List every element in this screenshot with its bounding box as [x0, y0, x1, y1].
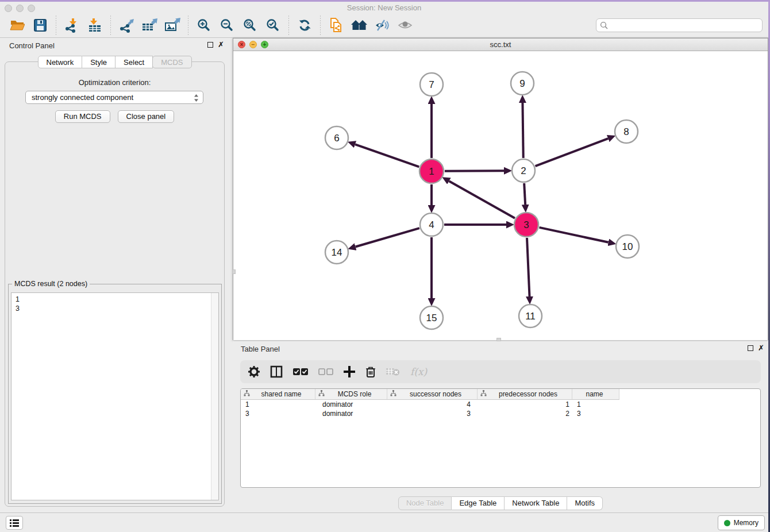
- column-header-shared-name[interactable]: shared name: [241, 389, 315, 400]
- open-session-icon[interactable]: [7, 16, 27, 35]
- close-table-panel-icon[interactable]: ✗: [758, 344, 764, 353]
- import-table-icon[interactable]: [85, 16, 105, 35]
- svg-text:10: 10: [622, 241, 633, 252]
- node-table-header: shared nameMCDS rolesuccessor nodesprede…: [241, 389, 760, 400]
- graph-node-6[interactable]: 6: [325, 126, 348, 149]
- graph-edge-3-10[interactable]: [539, 228, 608, 242]
- graph-node-3[interactable]: 3: [514, 213, 538, 237]
- graph-edge-4-14[interactable]: [356, 228, 419, 246]
- hide-selected-icon[interactable]: [372, 16, 392, 35]
- column-header-predecessor-nodes[interactable]: predecessor nodes: [478, 389, 572, 400]
- node-table-body: 1dominator4113dominator323: [241, 400, 760, 418]
- show-all-icon[interactable]: [395, 16, 415, 35]
- table-settings-icon[interactable]: [248, 366, 260, 377]
- clone-network-icon[interactable]: [326, 16, 346, 35]
- tab-node-table[interactable]: Node Table: [398, 496, 452, 510]
- svg-text:2: 2: [521, 165, 526, 176]
- add-column-icon[interactable]: [344, 366, 355, 377]
- close-panel-button[interactable]: Close panel: [118, 110, 175, 123]
- graph-edge-3-11[interactable]: [527, 238, 529, 296]
- graph-node-8[interactable]: 8: [615, 120, 638, 143]
- graph-node-4[interactable]: 4: [420, 213, 443, 236]
- graph-node-1[interactable]: 1: [419, 159, 444, 183]
- refresh-layout-icon[interactable]: [295, 16, 314, 35]
- table-cell[interactable]: 1: [478, 400, 572, 409]
- zoom-out-icon[interactable]: [217, 16, 237, 35]
- table-cell[interactable]: 1: [241, 400, 315, 409]
- table-cell[interactable]: 3: [241, 409, 315, 418]
- criterion-dropdown[interactable]: strongly connected component: [25, 91, 203, 104]
- tab-edge-table[interactable]: Edge Table: [452, 496, 505, 510]
- mcds-result-area[interactable]: 1 3: [11, 292, 219, 500]
- column-header-name[interactable]: name: [572, 389, 619, 400]
- mcds-result-title: MCDS result (2 nodes): [12, 280, 90, 288]
- network-window-titlebar[interactable]: × − + scc.txt: [233, 38, 768, 51]
- float-panel-icon[interactable]: [207, 42, 213, 48]
- svg-text:7: 7: [429, 79, 434, 90]
- table-cell[interactable]: 3: [572, 409, 619, 418]
- home-icon[interactable]: [349, 16, 369, 35]
- export-table-icon[interactable]: [140, 16, 159, 35]
- graph-edge-2-8[interactable]: [536, 138, 609, 166]
- memory-button[interactable]: Memory: [718, 515, 765, 530]
- delete-table-icon[interactable]: [386, 367, 400, 376]
- run-mcds-button[interactable]: Run MCDS: [55, 110, 110, 123]
- column-header-label: successor nodes: [396, 390, 477, 398]
- graph-node-15[interactable]: 15: [420, 306, 443, 329]
- graph-node-2[interactable]: 2: [512, 159, 535, 182]
- network-canvas[interactable]: 1234678910111415: [233, 51, 768, 340]
- graph-edge-2-3[interactable]: [524, 183, 525, 205]
- table-cell[interactable]: 2: [478, 409, 572, 418]
- tab-network[interactable]: Network: [37, 56, 82, 68]
- result-scrollbar[interactable]: [211, 293, 218, 500]
- tab-network-table[interactable]: Network Table: [505, 496, 567, 510]
- zoom-in-icon[interactable]: [194, 16, 214, 35]
- column-header-mcds-role[interactable]: MCDS role: [315, 389, 387, 400]
- import-network-icon[interactable]: [62, 16, 82, 35]
- float-table-panel-icon[interactable]: [748, 345, 753, 351]
- select-all-columns-icon[interactable]: [293, 368, 308, 376]
- zoom-fit-icon[interactable]: [240, 16, 260, 35]
- function-builder-icon[interactable]: f(x): [410, 366, 427, 377]
- table-row[interactable]: 1dominator411: [241, 400, 760, 409]
- search-input[interactable]: [596, 18, 763, 32]
- split-table-icon[interactable]: [270, 365, 283, 378]
- left-edge-gripper[interactable]: [232, 269, 236, 274]
- table-cell[interactable]: 1: [572, 400, 619, 409]
- table-cell[interactable]: dominator: [315, 400, 387, 409]
- graph-node-11[interactable]: 11: [519, 304, 542, 327]
- graph-edge-1-2[interactable]: [445, 171, 504, 171]
- column-header-label: name: [572, 390, 619, 398]
- svg-text:3: 3: [523, 219, 529, 230]
- graph-node-9[interactable]: 9: [511, 72, 534, 95]
- table-cell[interactable]: 3: [387, 409, 478, 418]
- save-session-icon[interactable]: [30, 16, 50, 35]
- graph-node-7[interactable]: 7: [420, 73, 443, 96]
- toolbar-separator: [56, 16, 56, 35]
- graph-edge-3-1[interactable]: [449, 181, 514, 218]
- export-network-icon[interactable]: [117, 16, 136, 35]
- unselect-all-columns-icon[interactable]: [318, 368, 333, 376]
- graph-node-10[interactable]: 10: [616, 235, 639, 258]
- close-panel-icon[interactable]: ✗: [218, 40, 224, 49]
- table-cell[interactable]: 4: [387, 400, 478, 409]
- app-title: Session: New Session: [0, 3, 768, 12]
- graph-edge-1-6[interactable]: [355, 144, 419, 167]
- table-cell[interactable]: dominator: [315, 409, 387, 418]
- network-window-title: scc.txt: [233, 40, 768, 49]
- node-table: shared nameMCDS rolesuccessor nodesprede…: [240, 388, 761, 488]
- tab-motifs[interactable]: Motifs: [567, 496, 603, 510]
- task-history-button[interactable]: [6, 516, 23, 530]
- graph-node-14[interactable]: 14: [325, 241, 348, 264]
- toolbar-separator: [288, 16, 289, 35]
- export-image-icon[interactable]: [163, 16, 182, 35]
- column-header-successor-nodes[interactable]: successor nodes: [387, 389, 478, 400]
- control-panel-tabs: NetworkStyleSelectMCDS: [37, 56, 191, 68]
- graph-edge-2-9[interactable]: [522, 103, 523, 158]
- table-row[interactable]: 3dominator323: [241, 409, 760, 418]
- tab-mcds[interactable]: MCDS: [152, 56, 191, 68]
- zoom-selected-icon[interactable]: [263, 16, 283, 35]
- tab-select[interactable]: Select: [116, 56, 153, 68]
- delete-column-icon[interactable]: [365, 366, 376, 378]
- tab-style[interactable]: Style: [82, 56, 116, 68]
